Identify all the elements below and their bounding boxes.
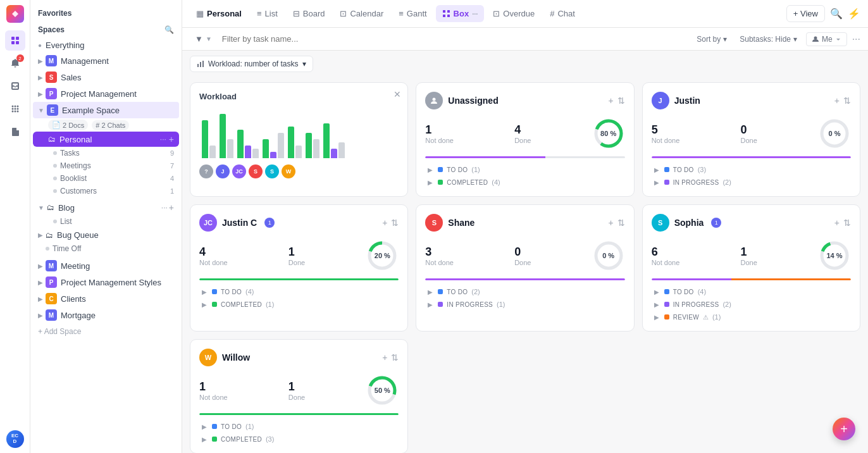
card-shane: S Shane + ⇅ 3 Not done 0 Done <box>416 204 634 332</box>
add-icon[interactable]: + <box>382 218 387 228</box>
avatar-shane[interactable]: S <box>249 164 263 178</box>
svg-rect-2 <box>11 41 15 44</box>
collapse-icon[interactable]: ⇅ <box>391 352 399 363</box>
tab-list[interactable]: ≡ List <box>251 5 284 22</box>
sidebar-item-pm-styles[interactable]: ▶ P Project Management Styles <box>33 274 179 290</box>
fab-button[interactable]: + <box>833 418 855 440</box>
sidebar-item-sales[interactable]: ▶ S Sales <box>33 69 179 85</box>
review-dot <box>664 314 669 320</box>
task-group-todo[interactable]: ▶ TO DO (3) <box>652 164 851 175</box>
search-icon[interactable]: 🔍 <box>830 8 843 20</box>
lightning-icon[interactable]: ⚡ <box>848 8 860 20</box>
task-group-completed[interactable]: ▶ COMPLETED (1) <box>199 299 399 309</box>
project-icon: P <box>46 88 57 99</box>
workload-button[interactable]: Workload: number of tasks ▾ <box>190 56 313 72</box>
filter-button[interactable]: ▼ ▼ <box>190 32 217 46</box>
collapse-icon[interactable]: ⇅ <box>843 218 851 228</box>
task-group-inprogress[interactable]: ▶ IN PROGRESS (2) <box>652 299 851 309</box>
nav-grid[interactable] <box>5 99 25 119</box>
tab-gantt[interactable]: ≡ Gantt <box>392 5 433 22</box>
nav-inbox[interactable] <box>5 76 25 96</box>
avatar-willow: W <box>199 349 217 366</box>
sidebar-item-list[interactable]: List <box>33 215 179 228</box>
collapse-icon[interactable]: ⇅ <box>617 218 625 228</box>
add-space-button[interactable]: + Add Space <box>33 325 179 338</box>
tab-box[interactable]: Box ··· <box>436 5 485 22</box>
sidebar-item-tasks[interactable]: Tasks 9 <box>33 147 179 159</box>
box-more-icon[interactable]: ··· <box>472 10 478 18</box>
tab-chat[interactable]: # Chat <box>543 5 581 22</box>
sidebar-item-clients[interactable]: ▶ C Clients <box>33 290 179 307</box>
add-assignee-icon[interactable]: + <box>608 96 613 106</box>
task-group-inprogress[interactable]: ▶ IN PROGRESS (1) <box>425 299 624 309</box>
tab-overdue[interactable]: ⊡ Overdue <box>487 5 541 22</box>
avatar-shane: S <box>425 214 443 232</box>
more-options-icon[interactable]: ··· <box>852 34 860 45</box>
task-group-completed[interactable]: ▶ COMPLETED (4) <box>425 177 624 187</box>
sidebar-item-blog[interactable]: ▼ 🗂 Blog ··· + <box>33 200 179 215</box>
add-icon[interactable]: + <box>382 352 387 363</box>
task-group-todo[interactable]: ▶ TO DO (1) <box>425 164 624 175</box>
nav-docs[interactable] <box>5 121 25 142</box>
avatar-sophia[interactable]: S <box>265 164 279 178</box>
sidebar-item-customers[interactable]: Customers 1 <box>33 185 179 197</box>
sort-chevron-icon: ▾ <box>723 35 727 44</box>
workload-close-button[interactable]: ✕ <box>394 89 401 99</box>
example-space-icon: E <box>47 104 58 116</box>
docs-badge[interactable]: 📄 2 Docs <box>48 120 88 130</box>
todo-dot <box>664 289 669 294</box>
filter-input[interactable] <box>222 34 688 44</box>
subtasks-button[interactable]: Subtasks: Hide ▾ <box>736 33 801 46</box>
collapse-icon[interactable]: ⇅ <box>843 96 851 106</box>
sidebar-item-personal[interactable]: 🗂 Personal ··· + <box>33 132 179 147</box>
todo-dot <box>664 167 669 172</box>
sidebar-item-meetings[interactable]: Meetings 7 <box>33 159 179 172</box>
completed-dot <box>212 437 217 442</box>
add-icon[interactable]: + <box>608 218 613 228</box>
sidebar-item-project-management[interactable]: ▶ P Project Management <box>33 85 179 102</box>
progress-donut: 50 % <box>366 374 399 407</box>
sidebar-item-management[interactable]: ▶ M Management <box>33 53 179 69</box>
avatar-willow[interactable]: W <box>282 164 295 178</box>
collapse-icon[interactable]: ⇅ <box>391 218 399 228</box>
sort-by-button[interactable]: Sort by ▾ <box>693 33 731 46</box>
more-icon[interactable]: ··· <box>161 203 168 212</box>
todo-dot <box>212 289 217 294</box>
user-avatar[interactable]: ECD <box>6 430 24 448</box>
inprogress-dot <box>664 180 669 185</box>
avatar-justin[interactable]: J <box>216 164 230 178</box>
avatar-unassigned[interactable]: ? <box>199 164 213 178</box>
task-group-completed[interactable]: ▶ COMPLETED (3) <box>199 434 399 444</box>
nav-home[interactable] <box>5 30 25 51</box>
add-icon[interactable]: + <box>169 202 174 213</box>
sidebar-item-example-space[interactable]: ▼ E Example Space <box>33 102 179 118</box>
sidebar-item-everything[interactable]: ● Everything <box>33 38 179 53</box>
add-icon[interactable]: + <box>834 218 840 228</box>
nav-notifications[interactable]: 2 <box>5 53 25 73</box>
task-group-todo[interactable]: ▶ TO DO (4) <box>199 287 399 297</box>
sidebar-item-booklist[interactable]: Booklist 4 <box>33 172 179 185</box>
collapse-icon[interactable]: ⇅ <box>617 96 625 106</box>
main-content: ▦ Personal ≡ List ⊟ Board ⊡ Calendar ≡ G… <box>182 0 868 453</box>
sidebar-search-icon[interactable]: 🔍 <box>164 25 174 34</box>
task-group-inprogress[interactable]: ▶ IN PROGRESS (2) <box>652 177 851 187</box>
task-group-todo[interactable]: ▶ TO DO (4) <box>652 287 851 297</box>
add-icon[interactable]: + <box>834 96 840 106</box>
sidebar-item-time-off[interactable]: Time Off <box>33 242 179 255</box>
more-icon[interactable]: ··· <box>160 135 166 144</box>
sidebar-item-bug-queue[interactable]: ▶ 🗂 Bug Queue <box>33 228 179 242</box>
avatar-justinc[interactable]: JC <box>232 164 246 178</box>
task-group-todo[interactable]: ▶ TO DO (1) <box>199 421 399 431</box>
tab-board[interactable]: ⊟ Board <box>287 5 332 22</box>
task-group-todo[interactable]: ▶ TO DO (2) <box>425 287 624 297</box>
chats-badge[interactable]: # 2 Chats <box>92 120 129 130</box>
app-logo[interactable] <box>6 5 24 23</box>
task-group-review[interactable]: ▶ REVIEW ⚠ (1) <box>652 312 851 322</box>
add-view-button[interactable]: + View <box>786 5 825 22</box>
add-icon[interactable]: + <box>169 134 174 144</box>
me-filter-button[interactable]: Me <box>806 32 847 46</box>
tab-personal[interactable]: ▦ Personal <box>190 5 248 22</box>
sidebar-item-mortgage[interactable]: ▶ M Mortgage <box>33 307 179 323</box>
tab-calendar[interactable]: ⊡ Calendar <box>333 5 390 22</box>
sidebar-item-meeting[interactable]: ▶ M Meeting <box>33 258 179 274</box>
